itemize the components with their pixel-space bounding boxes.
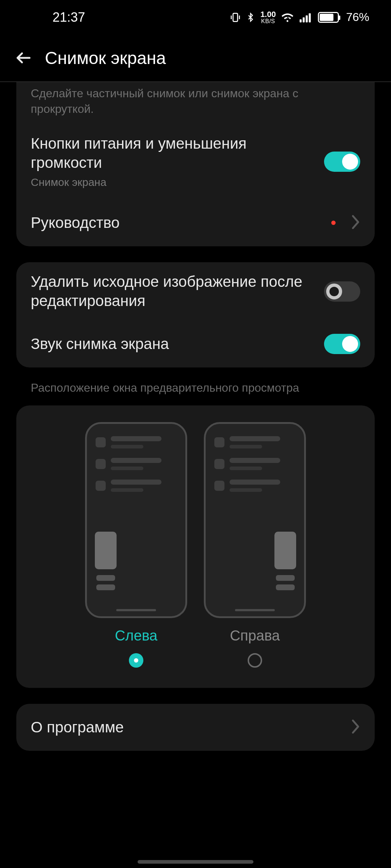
power-volume-toggle[interactable] bbox=[324, 152, 360, 172]
card-preview-position: Слева Справа bbox=[16, 405, 375, 688]
svg-rect-2 bbox=[300, 19, 302, 22]
row-about[interactable]: О программе bbox=[31, 704, 360, 751]
power-volume-title: Кнопки питания и уменьшения громкости bbox=[31, 134, 315, 172]
row-guide[interactable]: Руководство bbox=[31, 199, 360, 246]
delete-original-toggle[interactable] bbox=[324, 281, 360, 302]
row-power-volume[interactable]: Кнопки питания и уменьшения громкости Сн… bbox=[31, 124, 360, 199]
screenshot-sound-toggle[interactable] bbox=[324, 334, 360, 354]
battery-icon bbox=[318, 12, 339, 23]
preview-section-label: Расположение окна предварительного просм… bbox=[16, 381, 375, 405]
svg-rect-5 bbox=[309, 13, 311, 22]
phone-preview-left-icon bbox=[85, 422, 187, 618]
preview-left-label: Слева bbox=[115, 627, 157, 644]
guide-title: Руководство bbox=[31, 213, 323, 233]
card-options: Удалить исходное изображение после редак… bbox=[16, 262, 375, 367]
app-header: Снимок экрана bbox=[0, 34, 391, 81]
network-speed: 1.00 KB/S bbox=[260, 10, 276, 24]
bluetooth-icon bbox=[246, 12, 255, 23]
preview-right-label: Справа bbox=[230, 627, 280, 644]
preview-left-radio[interactable] bbox=[129, 653, 143, 668]
preview-option-right[interactable]: Справа bbox=[204, 422, 306, 668]
svg-rect-3 bbox=[303, 17, 305, 22]
svg-text:5: 5 bbox=[287, 16, 289, 21]
delete-original-title: Удалить исходное изображение после редак… bbox=[31, 272, 315, 310]
signal-icon bbox=[299, 12, 311, 22]
svg-rect-4 bbox=[306, 15, 308, 22]
status-time: 21:37 bbox=[52, 10, 85, 25]
back-icon[interactable] bbox=[14, 49, 33, 67]
notification-dot-icon bbox=[331, 221, 336, 225]
svg-rect-0 bbox=[233, 13, 238, 21]
row-delete-original[interactable]: Удалить исходное изображение после редак… bbox=[31, 262, 360, 320]
about-title: О программе bbox=[31, 718, 341, 737]
phone-preview-right-icon bbox=[204, 422, 306, 618]
battery-percent: 76% bbox=[346, 10, 369, 24]
wifi-icon: 5 bbox=[281, 12, 294, 23]
chevron-right-icon bbox=[350, 719, 360, 736]
status-bar: 21:37 1.00 KB/S 5 76% bbox=[0, 0, 391, 34]
page-title: Снимок экрана bbox=[45, 48, 166, 68]
power-volume-sub: Снимок экрана bbox=[31, 175, 315, 189]
partial-screenshot-desc: Сделайте частичный снимок или снимок экр… bbox=[31, 82, 360, 124]
home-indicator[interactable] bbox=[138, 860, 253, 864]
row-screenshot-sound[interactable]: Звук снимка экрана bbox=[31, 320, 360, 367]
preview-option-left[interactable]: Слева bbox=[85, 422, 187, 668]
card-gestures: Сделайте частичный снимок или снимок экр… bbox=[16, 82, 375, 246]
vibrate-icon bbox=[230, 12, 241, 23]
status-icons: 1.00 KB/S 5 76% bbox=[230, 10, 369, 24]
preview-right-radio[interactable] bbox=[248, 653, 262, 668]
chevron-right-icon bbox=[350, 214, 360, 231]
screenshot-sound-title: Звук снимка экрана bbox=[31, 335, 315, 354]
card-about: О программе bbox=[16, 704, 375, 751]
